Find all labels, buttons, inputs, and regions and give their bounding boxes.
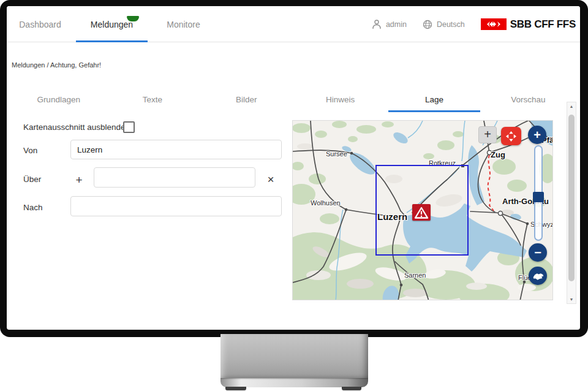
sbb-logo-text: SBB CFF FFS bbox=[510, 18, 576, 31]
clear-via-button[interactable]: × bbox=[264, 173, 277, 186]
active-tab-underline bbox=[76, 40, 148, 42]
page: Dashboard Meldungen Monitore bbox=[0, 0, 588, 391]
von-label: Von bbox=[23, 146, 37, 155]
reset-view-button[interactable] bbox=[529, 267, 547, 285]
box-zoom-button[interactable]: + bbox=[478, 126, 497, 143]
app-header: Dashboard Meldungen Monitore bbox=[7, 6, 580, 42]
nav-tab-monitore[interactable]: Monitore bbox=[148, 6, 219, 42]
zoom-slider-handle[interactable] bbox=[533, 192, 544, 202]
hide-map-checkbox[interactable] bbox=[123, 121, 135, 133]
nav-tab-label: Monitore bbox=[167, 20, 200, 29]
switzerland-icon bbox=[532, 271, 545, 281]
sbb-logo-icon bbox=[481, 18, 507, 30]
map-canvas[interactable]: Sursee Rotkreuz Wolhusen Zug Pfäffikon A… bbox=[292, 120, 553, 300]
town-label-zug: Zug bbox=[491, 150, 505, 159]
monitor-stand bbox=[221, 334, 368, 379]
monitor-stand-base bbox=[221, 378, 368, 387]
warning-marker[interactable] bbox=[412, 204, 431, 221]
nav-tab-dashboard[interactable]: Dashboard bbox=[7, 6, 76, 42]
tab-label: Hinweis bbox=[326, 95, 355, 104]
scrollbar-down-arrow[interactable]: ▼ bbox=[567, 295, 576, 303]
nav-tab-meldungen[interactable]: Meldungen bbox=[76, 6, 148, 42]
screen: Dashboard Meldungen Monitore bbox=[7, 6, 580, 330]
tab-label: Vorschau bbox=[511, 95, 545, 104]
globe-icon bbox=[423, 20, 432, 29]
nach-input[interactable] bbox=[70, 196, 282, 216]
nach-label: Nach bbox=[23, 203, 43, 212]
tab-grundlagen[interactable]: Grundlagen bbox=[12, 86, 105, 112]
tab-label: Bilder bbox=[236, 95, 257, 104]
tab-vorschau[interactable]: Vorschau bbox=[481, 86, 575, 112]
tab-bilder[interactable]: Bilder bbox=[200, 86, 293, 112]
language-menu[interactable]: Deutsch bbox=[423, 20, 465, 29]
sbb-logo: SBB CFF FFS bbox=[481, 18, 576, 31]
warning-triangle-icon bbox=[414, 206, 429, 219]
von-input[interactable] bbox=[70, 140, 282, 159]
pan-arrows-icon bbox=[506, 131, 516, 142]
language-label: Deutsch bbox=[437, 20, 465, 29]
town-label-sursee: Sursee bbox=[326, 150, 347, 158]
tab-hinweis[interactable]: Hinweis bbox=[293, 86, 387, 112]
header-right: admin Deutsch bbox=[372, 6, 576, 42]
town-label-sarnen: Sarnen bbox=[404, 271, 426, 279]
content-scrollbar[interactable]: ▲ ▼ bbox=[567, 102, 576, 304]
monitor-foot-left bbox=[225, 387, 246, 390]
town-label-wolhusen: Wolhusen bbox=[311, 199, 341, 207]
ueber-input[interactable] bbox=[94, 167, 255, 188]
monitor-foot-right bbox=[342, 387, 361, 390]
detail-tabs: Grundlagen Texte Bilder Hinweis Lage Vor… bbox=[12, 86, 575, 112]
tab-label: Lage bbox=[425, 95, 443, 104]
status-indicator-icon bbox=[127, 16, 139, 21]
user-menu[interactable]: admin bbox=[372, 19, 407, 29]
monitor-frame: Dashboard Meldungen Monitore bbox=[0, 0, 588, 337]
username-label: admin bbox=[386, 20, 407, 29]
tab-label: Texte bbox=[143, 95, 162, 104]
user-icon bbox=[372, 19, 382, 29]
tab-label: Grundlagen bbox=[37, 95, 80, 104]
zoom-out-button[interactable]: − bbox=[529, 243, 547, 262]
tab-lage[interactable]: Lage bbox=[387, 86, 481, 112]
scrollbar-thumb[interactable] bbox=[568, 115, 575, 281]
zoom-in-button[interactable]: + bbox=[528, 126, 546, 144]
scrollbar-up-arrow[interactable]: ▲ bbox=[567, 102, 576, 110]
breadcrumb: Meldungen / Achtung, Gefahr! bbox=[12, 61, 101, 69]
active-tab-underline bbox=[388, 110, 480, 112]
pan-mode-button[interactable] bbox=[501, 127, 521, 145]
nav-tab-label: Dashboard bbox=[19, 20, 61, 29]
nav-tab-label: Meldungen bbox=[91, 20, 133, 29]
add-via-button[interactable]: + bbox=[72, 173, 86, 187]
ueber-label: Über bbox=[23, 175, 41, 184]
main-navigation: Dashboard Meldungen Monitore bbox=[7, 6, 219, 42]
tab-texte[interactable]: Texte bbox=[105, 86, 199, 112]
hide-map-label: Kartenausschnitt ausblenden bbox=[23, 123, 130, 132]
